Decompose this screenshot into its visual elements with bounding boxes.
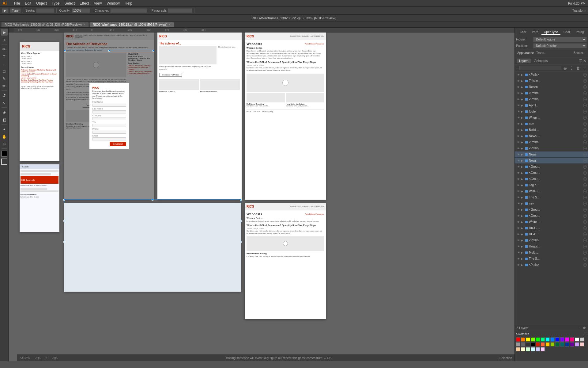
layer-eye-l23[interactable]: 👁 (516, 208, 520, 211)
layer-circle-l19[interactable]: ○ (583, 183, 587, 187)
tab-2-close[interactable]: ✕ (168, 23, 171, 26)
layer-circle-l13[interactable]: ○ (583, 147, 587, 150)
select-tool-btn[interactable]: ▶ (2, 8, 9, 13)
prop-tab-opentype[interactable]: OpenType (541, 30, 560, 35)
layer-item-l32[interactable]: 👁▶<Path>○ (515, 262, 588, 268)
layer-expand-l11[interactable]: ▶ (521, 135, 524, 138)
layer-eye-l12[interactable]: 👁 (516, 141, 520, 144)
layer-expand-l24[interactable]: ▶ (521, 214, 524, 217)
color-swatch[interactable] (550, 337, 555, 342)
paintbrush-tool[interactable]: ✎ (1, 75, 8, 82)
layer-eye-l19[interactable]: 👁 (516, 184, 520, 187)
layer-eye-l27[interactable]: 👁 (516, 233, 520, 236)
layer-expand-l8[interactable]: ▶ (521, 116, 524, 119)
layers-footer-delete[interactable]: 🗑 (583, 326, 586, 330)
layer-circle-l23[interactable]: ○ (583, 208, 587, 212)
layer-item-l24[interactable]: 👁▶<Grou...○ (515, 213, 588, 219)
layer-item-l3[interactable]: 👁▶Recen...○ (515, 84, 588, 90)
pen-tool[interactable]: ✏ (1, 46, 8, 52)
color-swatch[interactable] (545, 342, 550, 347)
layer-expand-l16[interactable]: ▶ (521, 165, 524, 168)
prop-tab-char2[interactable]: Char (561, 30, 573, 35)
layer-expand-l17[interactable]: ▶ (521, 171, 524, 174)
search-layers-input[interactable] (519, 66, 561, 70)
color-swatch[interactable] (545, 337, 550, 342)
ab2-modal-company-input[interactable] (92, 117, 126, 120)
layer-eye-l5[interactable]: 👁 (516, 98, 520, 101)
layer-eye-l11[interactable]: 👁 (516, 135, 520, 138)
menu-object[interactable]: Object (36, 1, 47, 6)
color-swatch[interactable] (526, 342, 530, 347)
layer-expand-l3[interactable]: ▶ (521, 86, 524, 89)
layer-expand-l18[interactable]: ▶ (521, 178, 524, 181)
transform-tab[interactable]: Trans... (536, 51, 547, 55)
layer-expand-l13[interactable]: ▶ (521, 147, 524, 150)
layer-eye-l30[interactable]: 👁 (516, 251, 520, 254)
color-swatch[interactable] (531, 342, 535, 347)
layer-item-l21[interactable]: 👁▶The S...○ (515, 194, 588, 201)
layer-expand-l1[interactable]: ▶ (521, 73, 524, 76)
layers-tab-artboards[interactable]: Artboards (532, 59, 550, 63)
color-panel-menu[interactable]: ☰ (584, 332, 587, 336)
ab2-modal-submit-btn[interactable]: Download! (110, 142, 126, 146)
layer-eye-l13[interactable]: 👁 (516, 147, 520, 150)
opacity-input[interactable] (72, 8, 90, 13)
color-swatch[interactable] (516, 347, 520, 351)
layer-circle-l32[interactable]: ○ (583, 263, 587, 267)
prop-tab-para[interactable]: Para (530, 30, 541, 35)
layer-eye-l18[interactable]: 👁 (516, 178, 520, 181)
zoom-tool[interactable]: ⊕ (1, 140, 8, 147)
layer-eye-l6[interactable]: 👁 (516, 104, 520, 107)
layer-item-l28[interactable]: 👁▶<Path>○ (515, 237, 588, 243)
color-swatch[interactable] (565, 342, 569, 347)
layer-item-l9[interactable]: 👁▶nav○ (515, 121, 588, 127)
layer-expand-l23[interactable]: ▶ (521, 208, 524, 211)
layer-expand-l14[interactable]: ▶ (521, 153, 524, 156)
layer-expand-l22[interactable]: ▶ (521, 202, 524, 205)
layer-circle-l8[interactable]: ○ (583, 116, 587, 120)
ab2-modal-firstname-input[interactable] (92, 104, 126, 107)
layer-eye-l31[interactable]: 👁 (516, 257, 520, 260)
layer-item-l1[interactable]: 👁▶<Path>○ (515, 72, 588, 78)
layer-circle-l29[interactable]: ○ (583, 245, 587, 248)
layer-circle-l18[interactable]: ○ (583, 177, 587, 181)
blend-tool[interactable]: ◈ (1, 109, 8, 116)
menu-window[interactable]: Window (107, 1, 120, 6)
layer-expand-l20[interactable]: ▶ (521, 190, 524, 193)
layer-expand-l5[interactable]: ▶ (521, 98, 524, 101)
type-tool[interactable]: T (1, 53, 8, 60)
color-swatch[interactable] (575, 342, 579, 347)
ab3-download-btn[interactable]: Download Full Article (159, 73, 182, 77)
layer-item-l23[interactable]: 👁▶<Grou...○ (515, 207, 588, 213)
layer-eye-l26[interactable]: 👁 (516, 227, 520, 230)
layer-item-l29[interactable]: 👁▶Hospit...○ (515, 243, 588, 250)
layers-panel-menu[interactable]: ☰ (579, 59, 582, 63)
layer-item-l30[interactable]: 👁▶Multi...○ (515, 250, 588, 256)
layer-expand-l7[interactable]: ▶ (521, 110, 524, 113)
layer-eye-l17[interactable]: 👁 (516, 171, 520, 174)
layer-expand-l21[interactable]: ▶ (521, 196, 524, 199)
stroke-input[interactable] (36, 8, 55, 13)
gradient-tool[interactable]: ◧ (1, 116, 8, 123)
layer-item-l7[interactable]: 👁▶footer○ (515, 109, 588, 115)
color-swatch[interactable] (555, 342, 560, 347)
layer-expand-l32[interactable]: ▶ (521, 263, 524, 266)
color-swatch[interactable] (570, 342, 574, 347)
layer-expand-l2[interactable]: ▶ (521, 79, 524, 82)
layer-expand-l9[interactable]: ▶ (521, 122, 524, 125)
color-swatch[interactable] (521, 347, 525, 351)
color-swatch[interactable] (541, 347, 545, 351)
layer-eye-l20[interactable]: 👁 (516, 190, 520, 193)
ab2-modal-lastname-input[interactable] (92, 110, 126, 113)
layer-item-l4[interactable]: 👁▶<Path>○ (515, 90, 588, 96)
layer-circle-l28[interactable]: ○ (583, 239, 587, 242)
layer-circle-l17[interactable]: ○ (583, 171, 587, 175)
layer-circle-l26[interactable]: ○ (583, 226, 587, 230)
color-swatch[interactable] (526, 337, 530, 342)
layer-eye-l24[interactable]: 👁 (516, 214, 520, 217)
layer-eye-l2[interactable]: 👁 (516, 79, 520, 82)
color-swatch[interactable] (541, 342, 545, 347)
layer-circle-l4[interactable]: ○ (583, 91, 587, 95)
layer-circle-l5[interactable]: ○ (583, 98, 587, 101)
menu-view[interactable]: View (94, 1, 102, 6)
